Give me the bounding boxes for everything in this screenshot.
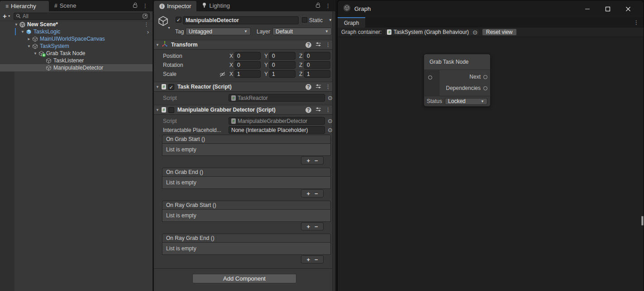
task-reactor-header[interactable]: ▼ # ✓ Task Reactor (Script) ? ⋮ — [154, 82, 335, 92]
position-y-input[interactable] — [269, 52, 296, 60]
tab-scene[interactable]: # Scene — [49, 0, 82, 11]
tree-row-grabtasknode[interactable]: ▼ Grab Task Node — [0, 50, 153, 57]
tag-dropdown[interactable]: Untagged ▼ — [186, 28, 251, 35]
unlinked-scale-icon[interactable] — [219, 71, 225, 79]
input-port[interactable] — [428, 75, 432, 80]
component-menu-icon[interactable]: ⋮ — [325, 107, 331, 113]
add-event-button[interactable]: + — [306, 158, 310, 164]
position-z-input[interactable] — [304, 52, 330, 60]
axis-z-label: Z — [299, 62, 302, 68]
static-dropdown-icon[interactable]: ▼ — [329, 18, 332, 22]
tree-row-mainui[interactable]: ► MainUIWorldSpaceCanvas — [0, 35, 153, 42]
tree-row-taskslogic[interactable]: ▼ TasksLogic › — [0, 28, 153, 35]
lock-icon[interactable] — [315, 2, 321, 10]
help-icon[interactable]: ? — [305, 107, 311, 113]
hierarchy-left-gutter — [0, 72, 14, 291]
hierarchy-menu-icon[interactable]: ⋮ — [143, 3, 148, 9]
graph-canvas[interactable]: Grab Task Node Next Dependencies — [338, 37, 644, 291]
create-object-button[interactable]: + ▼ — [3, 12, 11, 20]
minimize-button[interactable] — [577, 3, 597, 15]
axis-y-label: Y — [264, 71, 268, 77]
position-x-input[interactable] — [234, 52, 261, 60]
presets-icon[interactable] — [315, 83, 321, 91]
tree-label: MainUIWorldSpaceCanvas — [40, 36, 105, 42]
layer-dropdown[interactable]: Default ▼ — [272, 28, 332, 35]
foldout-icon[interactable]: ▼ — [33, 52, 38, 56]
foldout-icon[interactable]: ▼ — [20, 30, 25, 34]
tree-row-tasksystem[interactable]: ▼ TaskSystem — [0, 42, 153, 50]
graph-menu-icon[interactable]: ⋮ — [634, 20, 639, 25]
remove-event-button[interactable]: − — [315, 191, 318, 197]
add-event-button[interactable]: + — [306, 257, 310, 263]
maximize-button[interactable] — [597, 3, 618, 15]
foldout-icon[interactable]: ▼ — [156, 108, 159, 112]
scene-grid-icon: # — [54, 3, 57, 9]
graph-container-field[interactable]: # TaskSystem (Graph Behaviour) ⊙ — [384, 28, 479, 36]
add-component-button[interactable]: Add Component — [192, 274, 296, 283]
component-menu-icon[interactable]: ⋮ — [325, 42, 331, 47]
tree-row-scene[interactable]: ▼ New Scene* ⋮ — [0, 21, 153, 28]
interactable-object-field[interactable]: None (Interactable Placeholder) — [229, 126, 325, 134]
grabber-detector-header[interactable]: ▼ # Manipulable Grabber Detector (Script… — [154, 105, 335, 115]
object-picker-icon[interactable]: ⊙ — [472, 29, 477, 35]
graph-titlebar[interactable]: Graph — [338, 0, 644, 17]
hierarchy-search[interactable] — [14, 13, 150, 20]
gameobject-name-field[interactable] — [183, 16, 299, 24]
dependencies-port[interactable] — [483, 86, 487, 90]
remove-event-button[interactable]: − — [315, 158, 318, 164]
event-header[interactable]: On Ray Grab Start () — [162, 201, 331, 210]
event-header[interactable]: On Grab Start () — [162, 135, 331, 144]
tab-graph[interactable]: Graph — [338, 17, 365, 28]
foldout-icon[interactable]: ▼ — [14, 23, 19, 27]
graph-toolbar: Graph container: # TaskSystem (Graph Beh… — [338, 28, 644, 37]
rotation-y-input[interactable] — [269, 61, 296, 69]
tab-hierarchy[interactable]: ≡ Hierarchy — [0, 1, 49, 11]
event-header[interactable]: On Grab End () — [162, 168, 331, 177]
inspector-menu-icon[interactable]: ⋮ — [325, 3, 331, 9]
scene-menu-icon[interactable]: ⋮ — [144, 22, 153, 27]
event-header[interactable]: On Ray Grab End () — [162, 234, 331, 243]
remove-event-button[interactable]: − — [315, 224, 318, 230]
transform-header[interactable]: ▼ Transform ? ⋮ — [154, 40, 335, 50]
status-dropdown[interactable]: Locked ▼ — [445, 98, 487, 105]
foldout-icon[interactable]: ► — [26, 37, 32, 41]
reset-view-button[interactable]: Reset view — [482, 28, 517, 36]
open-prefab-chevron-icon[interactable]: › — [147, 28, 153, 35]
presets-icon[interactable] — [315, 41, 321, 49]
tree-row-tasklistener[interactable]: TaskListener — [0, 57, 153, 64]
foldout-icon[interactable]: ▼ — [156, 43, 159, 47]
lock-icon[interactable] — [133, 2, 138, 10]
node-title[interactable]: Grab Task Node — [424, 54, 490, 70]
tab-lighting[interactable]: Lighting — [196, 0, 235, 11]
static-checkbox[interactable] — [302, 17, 307, 23]
foldout-icon[interactable]: ▼ — [26, 44, 32, 48]
scale-x-input[interactable] — [234, 70, 261, 78]
component-enabled-checkbox[interactable]: ✓ — [168, 84, 174, 90]
scale-z-input[interactable] — [304, 70, 330, 78]
rotation-x-input[interactable] — [234, 61, 261, 69]
help-icon[interactable]: ? — [305, 84, 311, 90]
grab-task-node[interactable]: Grab Task Node Next Dependencies — [424, 54, 491, 107]
inspector-scrollbar[interactable] — [332, 11, 335, 291]
active-checkbox[interactable]: ✓ — [176, 17, 181, 23]
component-enabled-checkbox[interactable] — [168, 107, 174, 113]
help-icon[interactable]: ? — [305, 42, 311, 48]
search-window-icon[interactable] — [143, 12, 148, 20]
gameobject-icon[interactable]: ▼ — [157, 15, 169, 28]
plus-icon: + — [3, 12, 7, 20]
script-object-field[interactable]: # ManipulableGrabberDetector — [229, 117, 325, 125]
add-event-button[interactable]: + — [306, 191, 310, 197]
next-port[interactable] — [483, 75, 487, 79]
presets-icon[interactable] — [315, 106, 321, 114]
remove-event-button[interactable]: − — [315, 257, 318, 263]
rotation-z-input[interactable] — [304, 61, 330, 69]
add-event-button[interactable]: + — [306, 224, 310, 230]
foldout-icon[interactable]: ▼ — [156, 85, 159, 89]
tab-inspector[interactable]: i Inspector — [154, 1, 196, 11]
tree-row-manipulabledetector[interactable]: ManipulableDetector — [0, 64, 153, 71]
search-input[interactable] — [23, 13, 141, 19]
script-object-field[interactable]: # TaskReactor — [229, 94, 325, 102]
scale-y-input[interactable] — [269, 70, 296, 78]
component-menu-icon[interactable]: ⋮ — [325, 84, 331, 89]
close-button[interactable] — [618, 3, 638, 15]
